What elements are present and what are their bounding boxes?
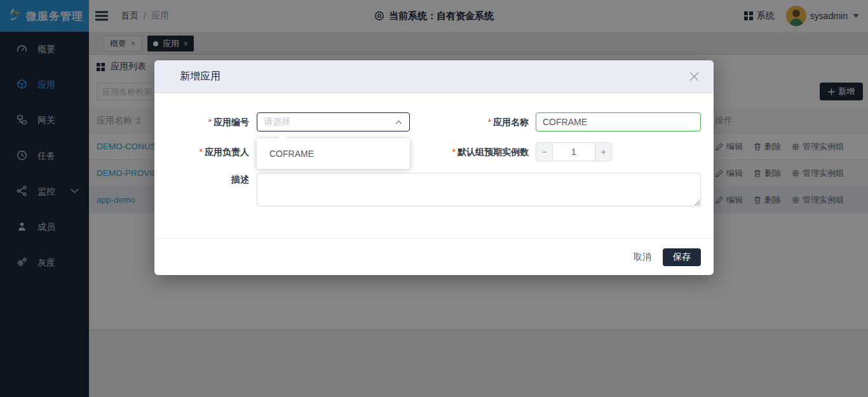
stepper-plus-button[interactable]: +: [595, 143, 611, 161]
required-mark: *: [200, 147, 203, 157]
instances-value-input[interactable]: [553, 143, 595, 161]
dropdown-option-coframe[interactable]: COFRAME: [257, 138, 410, 169]
cancel-button[interactable]: 取消: [634, 252, 651, 263]
dialog-title: 新增应用: [180, 70, 220, 83]
instances-label: *默认组预期实例数: [402, 142, 529, 161]
app-code-label: *应用编号: [154, 112, 249, 131]
save-button[interactable]: 保存: [663, 248, 701, 266]
required-mark: *: [488, 117, 491, 127]
new-application-dialog: 新增应用 *应用编号 请选择 *应用名称 *应用负责人 *默认组预期实例数 − …: [154, 60, 714, 275]
dialog-footer: 取消 保存: [154, 238, 714, 275]
required-mark: *: [208, 117, 212, 127]
app-owner-label: *应用负责人: [154, 142, 249, 161]
required-mark: *: [452, 147, 456, 157]
app-name-label: *应用名称: [402, 112, 529, 131]
app-code-dropdown: COFRAME: [257, 138, 410, 169]
app-name-input[interactable]: [536, 112, 701, 131]
description-label: 描述: [154, 170, 249, 189]
select-placeholder: 请选择: [264, 116, 395, 128]
stepper-minus-button[interactable]: −: [536, 143, 553, 161]
instances-stepper: − +: [536, 142, 612, 161]
dialog-header: 新增应用: [154, 60, 714, 93]
app-code-select[interactable]: 请选择: [257, 112, 410, 131]
close-icon[interactable]: [687, 69, 701, 83]
description-textarea[interactable]: [257, 173, 701, 206]
